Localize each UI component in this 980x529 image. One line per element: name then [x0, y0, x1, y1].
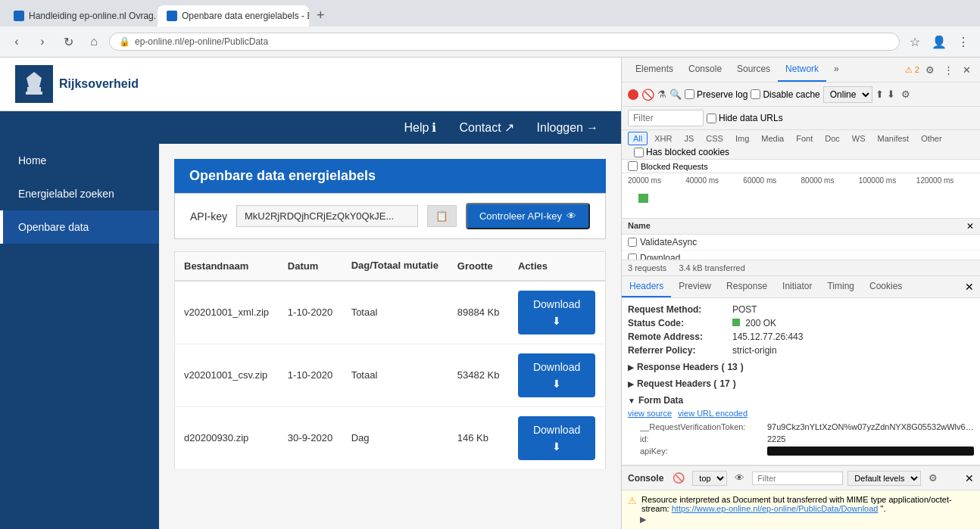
- request-checkbox-1[interactable]: [628, 238, 637, 247]
- request-item-1[interactable]: ValidateAsync: [622, 235, 980, 250]
- help-nav-item[interactable]: Help ℹ: [404, 120, 437, 135]
- type-filter-doc[interactable]: Doc: [819, 132, 845, 145]
- preserve-log-checkbox[interactable]: Preserve log: [685, 89, 747, 100]
- login-nav-item[interactable]: Inloggen →: [537, 121, 598, 135]
- reload-button[interactable]: ↻: [58, 31, 79, 52]
- console-context-select[interactable]: top: [692, 471, 727, 486]
- view-api-key-button[interactable]: Controleer API-key 👁: [466, 203, 590, 229]
- console-settings-button[interactable]: ⚙: [925, 469, 941, 487]
- clear-button[interactable]: 🚫: [641, 89, 654, 101]
- chevron-right-icon: »: [834, 64, 839, 74]
- back-button[interactable]: ‹: [6, 31, 27, 52]
- alerts-badge: ⚠ 2: [905, 65, 919, 75]
- type-filter-font[interactable]: Font: [791, 132, 818, 145]
- address-bar[interactable]: 🔒 ep-online.nl/ep-online/PublicData: [109, 33, 900, 51]
- console-eye-button[interactable]: 👁: [732, 469, 747, 487]
- type-filter-manifest[interactable]: Manifest: [872, 132, 915, 145]
- tab-1[interactable]: Handleiding ep-online.nl Ovrag... ×: [5, 5, 156, 26]
- close-detail-panel-button[interactable]: ✕: [959, 276, 980, 297]
- request-item-2[interactable]: Download: [622, 250, 980, 260]
- devtools-tab-sources[interactable]: Sources: [729, 58, 778, 82]
- detail-tab-response[interactable]: Response: [719, 276, 775, 297]
- devtools-settings-button[interactable]: ⚙: [922, 61, 938, 79]
- console-clear-button[interactable]: 🚫: [669, 469, 688, 487]
- devtools-tab-elements[interactable]: Elements: [628, 58, 681, 82]
- console-content: ⚠ Resource interpreted as Document but t…: [622, 490, 980, 529]
- main-content: Openbare data energielabels API-key 📋 Co…: [159, 144, 621, 529]
- devtools-toolbar-icons: ⚠ 2 ⚙ ⋮ ✕: [905, 61, 974, 79]
- network-filter-input[interactable]: [628, 110, 704, 126]
- throttle-select[interactable]: Online: [823, 86, 872, 103]
- devtools-close-button[interactable]: ✕: [960, 61, 974, 79]
- type-filter-media[interactable]: Media: [756, 132, 789, 145]
- home-button[interactable]: ⌂: [83, 31, 105, 52]
- type-filter-css[interactable]: CSS: [701, 132, 729, 145]
- browser-window: Handleiding ep-online.nl Ovrag... × Open…: [0, 0, 980, 529]
- help-label: Help: [404, 121, 429, 135]
- detail-content: Request Method: POST Status Code: 200 OK…: [622, 298, 980, 465]
- import-button[interactable]: ⬆: [875, 89, 884, 100]
- tab-2[interactable]: Openbare data energielabels - E... ×: [158, 5, 309, 26]
- response-headers-title[interactable]: Response Headers (13): [628, 362, 974, 372]
- request-headers-title[interactable]: Request Headers (17): [628, 378, 974, 389]
- console-warning-link[interactable]: https://www.ep-online.nl/ep-online/Publi…: [672, 504, 879, 513]
- devtools-more-button[interactable]: ⋮: [941, 61, 957, 79]
- request-headers-section: Request Headers (17): [628, 378, 974, 389]
- detail-tab-cookies[interactable]: Cookies: [862, 276, 910, 297]
- sidebar-item-openbare-data[interactable]: Openbare data: [0, 210, 159, 244]
- referrer-policy-value: strict-origin: [732, 345, 974, 356]
- devtools-tab-network[interactable]: Network: [778, 58, 826, 82]
- hide-data-urls-checkbox[interactable]: Hide data URLs: [707, 113, 783, 123]
- file-size-2: 53482 Kb: [448, 344, 509, 406]
- menu-icon[interactable]: ⋮: [953, 31, 974, 52]
- blocked-requests-row: Blocked Requests: [622, 160, 980, 173]
- file-name-2: v20201001_csv.zip: [175, 344, 279, 406]
- sidebar-item-home[interactable]: Home: [0, 144, 159, 177]
- type-filter-img[interactable]: Img: [730, 132, 754, 145]
- blocked-requests-checkbox[interactable]: [628, 161, 638, 171]
- detail-tab-initiator[interactable]: Initiator: [775, 276, 819, 297]
- contact-nav-item[interactable]: Contact ↗: [459, 120, 513, 135]
- view-url-encoded-link[interactable]: view URL encoded: [678, 409, 747, 418]
- type-filter-xhr[interactable]: XHR: [649, 132, 677, 145]
- console-close-button[interactable]: ✕: [965, 472, 974, 484]
- sidebar-item-energielabel-zoeken[interactable]: Energielabel zoeken: [0, 177, 159, 210]
- filter-toggle-button[interactable]: ⚗: [657, 89, 666, 100]
- export-button[interactable]: ⬇: [887, 89, 895, 100]
- network-settings-button[interactable]: ⚙: [898, 86, 913, 103]
- type-filter-other[interactable]: Other: [916, 132, 947, 145]
- has-blocked-cookies-checkbox[interactable]: Has blocked cookies: [634, 147, 729, 157]
- api-key-input[interactable]: [236, 205, 418, 227]
- token-value: 97u9Ckz3nYLtXzON%w07yzZdnNYX8G05532wWlv6…: [767, 422, 974, 431]
- forward-button[interactable]: ›: [32, 31, 53, 52]
- disable-cache-checkbox[interactable]: Disable cache: [751, 89, 819, 100]
- profile-icon[interactable]: 👤: [929, 31, 950, 52]
- request-checkbox-2[interactable]: [628, 254, 637, 260]
- copy-api-key-button[interactable]: 📋: [427, 205, 457, 227]
- type-filter-all[interactable]: All: [628, 132, 648, 145]
- console-expand-arrow[interactable]: ▶: [628, 515, 974, 524]
- devtools-tab-console[interactable]: Console: [681, 58, 729, 82]
- tab-1-favicon: [14, 11, 24, 21]
- detail-tab-preview[interactable]: Preview: [671, 276, 719, 297]
- form-field-apikey: apiKey:: [628, 447, 974, 456]
- download-button-3[interactable]: Download ⬇: [518, 416, 595, 460]
- close-detail-button[interactable]: ✕: [966, 221, 974, 232]
- detail-tab-headers[interactable]: Headers: [622, 276, 671, 297]
- bookmark-star-icon[interactable]: ☆: [904, 31, 925, 52]
- devtools-tab-more[interactable]: »: [826, 58, 847, 82]
- new-tab-button[interactable]: +: [311, 5, 331, 26]
- form-data-title[interactable]: Form Data: [628, 395, 974, 406]
- record-button[interactable]: [628, 89, 638, 100]
- view-source-link[interactable]: view source: [628, 409, 672, 418]
- console-filter-input[interactable]: [752, 471, 843, 485]
- download-button-1[interactable]: Download ⬇: [518, 291, 595, 335]
- detail-tab-timing[interactable]: Timing: [819, 276, 862, 297]
- console-level-select[interactable]: Default levels: [847, 471, 921, 486]
- search-button[interactable]: 🔍: [669, 89, 682, 100]
- type-filter-js[interactable]: JS: [679, 132, 699, 145]
- api-key-label: API-key: [190, 210, 227, 222]
- type-filter-ws[interactable]: WS: [847, 132, 871, 145]
- site-header: Rijksoverheid: [0, 58, 621, 111]
- download-button-2[interactable]: Download ⬇: [518, 353, 595, 397]
